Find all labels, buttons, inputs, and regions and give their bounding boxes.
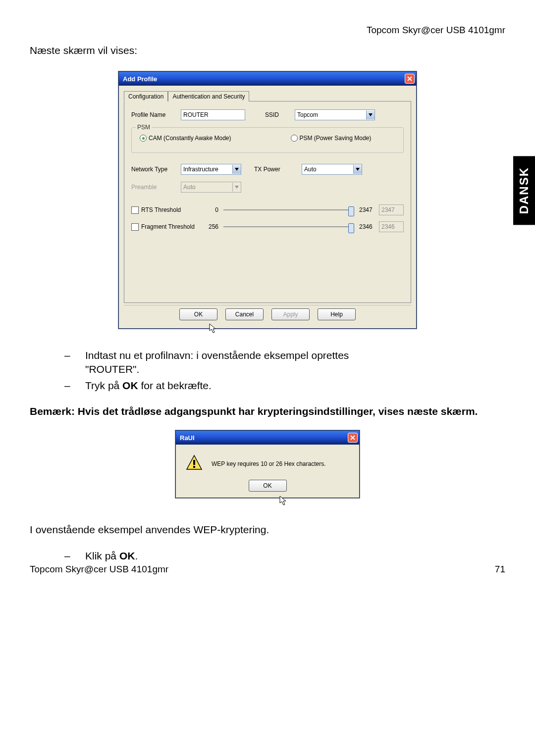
rts-label: RTS Threshold	[141, 206, 181, 213]
ssid-combo[interactable]: Topcom	[295, 109, 375, 120]
after-paragraph: I ovenstående eksempel anvendes WEP-kryp…	[30, 523, 505, 537]
chevron-down-icon	[232, 183, 241, 192]
rts-max: 2347	[359, 206, 376, 213]
frag-label: Fragment Threshold	[141, 223, 195, 230]
rts-value	[379, 204, 404, 215]
instruction-list-2: –Klik på OK.	[30, 549, 505, 563]
psm-legend: PSM	[136, 124, 152, 131]
rts-min: 0	[204, 206, 218, 213]
ok-button[interactable]: OK	[179, 308, 217, 320]
frag-value	[379, 221, 404, 232]
close-icon	[407, 76, 412, 81]
profile-name-input[interactable]	[181, 109, 245, 120]
network-type-combo[interactable]: Infrastructure	[181, 164, 241, 175]
note-paragraph: Bemærk: Hvis det trådløse adgangspunkt h…	[30, 404, 505, 418]
button-bar: OK Cancel Apply Help	[124, 305, 411, 325]
li-text-bold: OK	[122, 380, 138, 391]
tab-auth-security[interactable]: Authentication and Security	[168, 91, 249, 101]
rts-checkbox[interactable]	[131, 206, 139, 214]
li-text: Indtast nu et profilnavn: i ovenstående …	[85, 350, 349, 361]
language-tab: DANSK	[513, 156, 535, 225]
close-icon	[350, 435, 355, 440]
frag-max: 2346	[359, 223, 376, 230]
network-type-value: Infrastructure	[181, 166, 232, 173]
ok-button[interactable]: OK	[249, 480, 287, 492]
rts-slider[interactable]	[223, 205, 354, 215]
tx-power-combo[interactable]: Auto	[302, 164, 362, 175]
li-text: Tryk på	[85, 380, 122, 391]
li-text: Klik på	[85, 550, 119, 561]
tab-configuration[interactable]: Configuration	[124, 91, 168, 101]
chevron-down-icon[interactable]	[353, 165, 362, 174]
help-button[interactable]: Help	[318, 308, 356, 320]
ssid-value: Topcom	[295, 111, 366, 118]
apply-button: Apply	[271, 308, 310, 320]
tx-power-value: Auto	[302, 166, 353, 173]
config-panel: Profile Name SSID Topcom PSM CAM (Consta…	[124, 101, 411, 303]
chevron-down-icon[interactable]	[232, 165, 241, 174]
ssid-label: SSID	[265, 111, 295, 118]
tx-power-label: TX Power	[254, 166, 289, 173]
profile-name-label: Profile Name	[131, 111, 181, 118]
cancel-button[interactable]: Cancel	[225, 308, 264, 320]
instruction-list-1: –Indtast nu et profilnavn: i ovenstående…	[30, 349, 505, 393]
li-text: .	[135, 550, 138, 561]
radio-psm[interactable]: PSM (Power Saving Mode)	[291, 135, 372, 142]
preamble-combo: Auto	[181, 182, 241, 193]
dialog-title: Add Profile	[123, 75, 157, 83]
svg-rect-0	[193, 460, 195, 465]
frag-min: 256	[204, 223, 218, 230]
radio-cam[interactable]: CAM (Constantly Awake Mode)	[140, 135, 231, 142]
add-profile-dialog: Add Profile Configuration Authentication…	[118, 71, 417, 329]
tab-strip: Configuration Authentication and Securit…	[124, 91, 411, 101]
preamble-value: Auto	[181, 184, 232, 191]
dialog-title: RaUI	[180, 434, 195, 442]
li-text: "ROUTER".	[85, 363, 139, 375]
page-footer: Topcom Skyr@cer USB 4101gmr 71	[30, 564, 505, 575]
frag-slider[interactable]	[223, 222, 354, 232]
intro-text: Næste skærm vil vises:	[30, 45, 505, 56]
preamble-label: Preamble	[131, 184, 181, 191]
footer-page-number: 71	[495, 564, 505, 575]
psm-group: PSM CAM (Constantly Awake Mode) PSM (Pow…	[131, 127, 404, 153]
chevron-down-icon[interactable]	[366, 110, 374, 119]
footer-left: Topcom Skyr@cer USB 4101gmr	[30, 564, 168, 575]
radio-psm-label: PSM (Power Saving Mode)	[300, 135, 372, 142]
radio-cam-label: CAM (Constantly Awake Mode)	[149, 135, 231, 142]
close-button[interactable]	[405, 74, 415, 84]
network-type-label: Network Type	[131, 166, 181, 173]
titlebar: Add Profile	[119, 72, 416, 86]
raui-dialog: RaUI WEP key requires 10 or 26 Hex chara…	[175, 430, 360, 498]
svg-rect-1	[193, 466, 195, 468]
warning-icon	[186, 454, 203, 473]
li-text: for at bekræfte.	[138, 380, 212, 391]
message-text: WEP key requires 10 or 26 Hex characters…	[212, 460, 326, 467]
header-product: Topcom Skyr@cer USB 4101gmr	[30, 25, 505, 36]
rts-row: RTS Threshold 0 2347	[131, 204, 404, 215]
li-text-bold: OK	[119, 550, 135, 561]
frag-checkbox[interactable]	[131, 223, 139, 231]
close-button[interactable]	[348, 433, 358, 443]
frag-row: Fragment Threshold 256 2346	[131, 221, 404, 232]
titlebar: RaUI	[176, 431, 359, 445]
